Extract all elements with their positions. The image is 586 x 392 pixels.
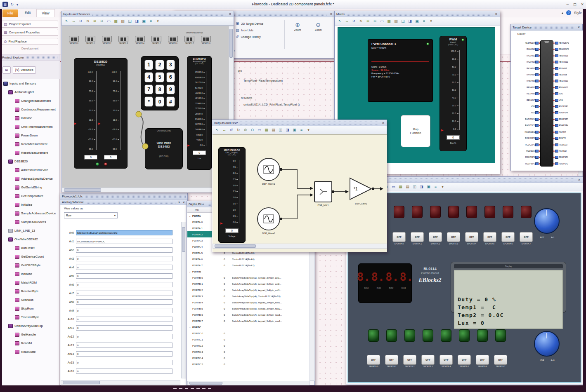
ribbon-tab[interactable]: Edit (20, 9, 36, 17)
select-tool-icon[interactable]: ↖ (64, 18, 70, 24)
digital-horizontal-scrollbar[interactable] (187, 381, 310, 385)
digital-pin-row[interactable]: ⌄PORTB (187, 268, 310, 275)
tree-item[interactable]: GetDeviceCount (0, 252, 59, 261)
switch-button[interactable]: OFF (465, 232, 478, 242)
switch-button[interactable]: OFF (501, 232, 515, 242)
tree-item[interactable]: GetHandle (0, 330, 59, 339)
sport-connector[interactable]: SPORT0.4 (134, 36, 146, 45)
tree-item[interactable]: ReceiveByte (0, 287, 59, 296)
tree-item[interactable]: Initialise (0, 114, 59, 122)
tree-item[interactable]: LINK_LINE_13 (0, 226, 59, 235)
pin-connector[interactable] (535, 48, 539, 51)
digital-pin-row[interactable]: PORTB.40SwitchArraySlideTop(s5), keypad_… (187, 299, 310, 305)
tree-item[interactable]: DS18B20 (0, 157, 59, 166)
tree-item[interactable]: SkipRom (0, 304, 59, 313)
pin-connector[interactable] (555, 67, 558, 70)
pin-connector[interactable] (555, 105, 558, 108)
grid-icon[interactable]: ▦ (397, 184, 404, 190)
scrollbar-thumb[interactable] (215, 244, 256, 248)
pin-connector[interactable] (535, 150, 539, 153)
switch-button[interactable]: OFF (483, 232, 496, 242)
pin-connector[interactable] (555, 118, 558, 121)
inputs-titlebar[interactable]: Inputs and Sensors× (61, 11, 234, 17)
close-icon[interactable]: × (228, 12, 232, 16)
sport-connector[interactable]: SPORT0.0 (68, 36, 80, 45)
digital-pin-row[interactable]: PORTB.70SwitchArraySlideTop(s8), keypad_… (187, 318, 310, 324)
zoom-out-icon[interactable]: ⊖ (99, 18, 105, 24)
split-vertical-icon[interactable]: ◨ (407, 18, 413, 24)
tree-item[interactable]: AddressNextDevice (0, 166, 59, 174)
tree-item[interactable]: SampleAllDevices (0, 218, 59, 226)
pin-connector[interactable] (555, 99, 558, 102)
sport-connector[interactable]: SPORT0.5 (150, 36, 163, 45)
digital-pin-row[interactable]: PORTC.50 (187, 361, 310, 367)
split-vertical-icon[interactable]: ◨ (284, 127, 291, 133)
pin-connector[interactable] (535, 111, 539, 114)
pin-connector[interactable] (535, 92, 539, 95)
tree-item[interactable]: ReadMeasurement (0, 140, 59, 148)
collapse-icon[interactable]: ▾ (178, 201, 180, 204)
keypad-key[interactable]: 7 (144, 85, 153, 95)
switch-button[interactable]: OFF (367, 355, 380, 365)
rotate-cw-icon[interactable]: ↻ (235, 127, 241, 133)
rotate-ccw-icon[interactable]: ↺ (351, 18, 357, 24)
help-icon[interactable]: ? (566, 10, 571, 15)
analog-value-field[interactable]: 0 (76, 343, 172, 348)
tree-item[interactable]: MatchROM (0, 278, 59, 287)
tree-item[interactable]: OneTimeMeasurement (0, 122, 59, 131)
digital-pin-row[interactable]: PORTB.10SwitchArraySlideTop(s2), keypad_… (187, 281, 310, 287)
tree-item[interactable]: OneWireDS2482 (0, 235, 59, 244)
sport-connector[interactable]: SPORT0.1 (84, 36, 97, 45)
view-option[interactable]: ▤Icon Lists (236, 27, 263, 33)
keypad-key[interactable]: 4 (144, 72, 153, 82)
digital-pin-row[interactable]: PORTB.50SwitchArraySlideTop(s6), keypad_… (187, 305, 310, 312)
tree-item[interactable]: AddressSpecificDevice (0, 174, 59, 183)
ribbon-button[interactable]: ▤Project Explorer (2, 21, 58, 28)
dsp-mixer-component[interactable] (314, 181, 332, 202)
split-vertical-icon[interactable]: ◨ (418, 184, 425, 190)
refresh-icon[interactable]: ↻ (10, 2, 14, 7)
pin-connector[interactable] (535, 137, 539, 140)
switch-button[interactable]: OFF (458, 355, 471, 365)
digital-pin-row[interactable]: PORTB.60SwitchArraySlideTop(s7), keypad_… (187, 312, 310, 318)
outputs-titlebar[interactable]: Outputs and DSP× (212, 120, 387, 126)
sport-connector[interactable]: SPORT0.3 (117, 36, 130, 45)
tree-item[interactable]: ResetMeasurement (0, 148, 59, 157)
tree-item[interactable]: ScanBus (0, 296, 59, 304)
switch-button[interactable]: OFF (385, 355, 398, 365)
tree-item[interactable]: ContinuousMeasurement (0, 105, 59, 114)
pan-tool-icon[interactable]: ↔ (221, 127, 227, 133)
bh1750-component[interactable]: BH1750FVI AmbientLight1 (I2C CH1) 65535.… (187, 56, 212, 170)
digital-pin-row[interactable]: PORTB.30SwitchArraySlideTop(s4), ComboBL… (187, 293, 310, 299)
analog-subheader[interactable]: Analog Window▾× (60, 200, 187, 205)
pin-connector[interactable] (555, 111, 558, 114)
pin-connector[interactable] (535, 73, 539, 76)
switch-button[interactable]: OFF (429, 232, 442, 242)
ribbon-button[interactable]: ▦Component Properties (2, 29, 58, 36)
pin-connector[interactable] (555, 92, 558, 95)
rotate-cw-icon[interactable]: ↻ (85, 18, 91, 24)
pan-tool-icon[interactable]: ↔ (344, 18, 350, 24)
digital-pin-row[interactable]: PORTC.10 (187, 336, 310, 343)
zoom-button[interactable]: ⊕Zoom (290, 22, 305, 31)
pin-connector[interactable] (555, 86, 558, 89)
analog-value-field[interactable]: 0 (76, 308, 172, 313)
switch-button[interactable]: OFF (476, 355, 489, 365)
ribbon-tab[interactable]: View (36, 9, 54, 17)
tree-item[interactable]: ChangeMeasurement (0, 96, 59, 105)
pin-connector[interactable] (555, 150, 558, 153)
pin-connector[interactable] (535, 42, 539, 45)
zoom-out-icon[interactable]: ⊖ (372, 18, 378, 24)
snapshot-icon[interactable]: ▣ (291, 127, 298, 133)
analog-value-field[interactable]: 0 (76, 360, 172, 365)
digital-pin-row[interactable]: PORTC.40 (187, 355, 310, 361)
maximize-button[interactable]: □ (574, 2, 576, 7)
analog-value-field[interactable]: 0 (76, 247, 172, 253)
analog-value-field[interactable]: 0 (76, 334, 172, 339)
analog-value-field[interactable]: 0 (76, 351, 172, 357)
zoom-in-icon[interactable]: ⊕ (242, 127, 248, 133)
outputs-horizontal-scrollbar[interactable] (213, 244, 387, 249)
tree-item[interactable]: ReadAll (0, 339, 59, 347)
matrix-titlebar[interactable]: Matrix× (335, 11, 500, 17)
pin-connector[interactable] (535, 124, 539, 127)
